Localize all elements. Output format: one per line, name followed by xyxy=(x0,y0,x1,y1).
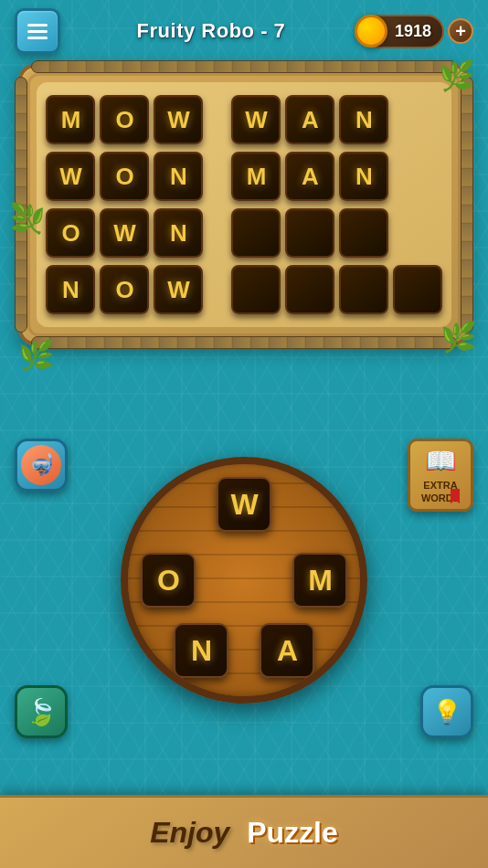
bamboo-top xyxy=(31,60,457,73)
tile-r2-c2: O xyxy=(100,152,149,201)
word-row-2-left: W O N xyxy=(46,152,224,201)
tile-r2-c5: A xyxy=(285,152,334,201)
menu-button[interactable] xyxy=(15,8,60,54)
bottom-banner: Enjoy Puzzle xyxy=(0,795,488,868)
banner-text: Enjoy Puzzle xyxy=(150,816,338,850)
board-frame: M O W W A N W O N M A xyxy=(18,64,470,345)
tile-r3-c6 xyxy=(339,208,388,258)
tile-r1-c1: M xyxy=(46,95,95,144)
word-board: M O W W A N W O N M A xyxy=(18,64,470,345)
tile-r1-c2: O xyxy=(100,95,149,144)
board-inner: M O W W A N W O N M A xyxy=(37,82,451,327)
tile-r3-c4 xyxy=(231,208,281,258)
hint-button[interactable]: 💡 xyxy=(420,685,473,738)
wheel-letter-o-text: O xyxy=(157,564,179,598)
menu-line-1 xyxy=(27,24,48,26)
add-coins-button[interactable]: + xyxy=(448,18,473,44)
leaf-icon: 🍃 xyxy=(26,697,58,727)
tile-r2-c1: W xyxy=(46,152,95,201)
tile-r1-c4: W xyxy=(231,95,281,144)
banner-enjoy: Enjoy xyxy=(150,816,229,849)
character-icon: 🤿 xyxy=(21,445,61,485)
word-row-4-right xyxy=(231,265,442,314)
character-button[interactable]: 🤿 xyxy=(15,439,68,492)
bamboo-right xyxy=(461,77,473,333)
tile-r3-c2: W xyxy=(100,208,149,258)
word-row-4-left: N O W xyxy=(46,265,224,314)
tile-r2-c3: N xyxy=(154,152,203,201)
coin-count: 1918 xyxy=(395,22,431,41)
wheel-letter-m[interactable]: M xyxy=(292,553,347,608)
coin-icon xyxy=(355,15,387,48)
wheel-letter-m-text: M xyxy=(308,564,332,598)
word-row-2-right: M A N xyxy=(231,152,442,201)
word-row-3-right xyxy=(231,208,442,258)
tile-r4-c6 xyxy=(339,265,388,314)
tile-r1-c5: A xyxy=(285,95,334,144)
wheel-letter-w[interactable]: W xyxy=(217,477,271,532)
tile-r1-c3: W xyxy=(154,95,203,144)
wheel-letter-a-text: A xyxy=(277,634,297,668)
word-row-1-right: W A N xyxy=(231,95,442,144)
extra-words-button[interactable]: 📖 EXTRAWORDS xyxy=(408,439,473,512)
banner-puzzle: Puzzle xyxy=(247,816,338,849)
wheel-letter-w-text: W xyxy=(230,488,257,522)
wheel-letter-a[interactable]: A xyxy=(260,623,314,678)
header: Fruity Robo - 7 1918 + xyxy=(0,0,488,62)
menu-line-2 xyxy=(27,30,48,33)
tile-r4-c2: O xyxy=(100,265,149,314)
letter-wheel[interactable]: W O M N A xyxy=(121,457,367,704)
letter-wheel-container: W O M N A xyxy=(121,457,367,704)
tile-r4-c4 xyxy=(231,265,281,314)
tile-r2-c6: N xyxy=(339,152,388,201)
tile-r4-c5 xyxy=(285,265,334,314)
tile-r4-c1: N xyxy=(46,265,95,314)
tile-r2-c4: M xyxy=(231,152,281,201)
tile-r3-c3: N xyxy=(154,208,203,258)
coin-display: 1918 xyxy=(362,15,444,48)
tile-r3-c1: O xyxy=(46,208,95,258)
wheel-letter-n-text: N xyxy=(191,634,211,668)
menu-icon xyxy=(27,24,48,39)
menu-line-3 xyxy=(27,37,48,39)
tile-r3-c5 xyxy=(285,208,334,258)
bamboo-left xyxy=(15,77,27,333)
word-grid: M O W W A N W O N M A xyxy=(46,95,442,314)
tile-r4-c7 xyxy=(393,265,442,314)
tile-r4-c3: W xyxy=(154,265,203,314)
wheel-letter-n[interactable]: N xyxy=(174,623,228,678)
bulb-icon: 💡 xyxy=(432,698,461,726)
wheel-letter-o[interactable]: O xyxy=(141,553,196,608)
game-title: Fruity Robo - 7 xyxy=(137,19,286,43)
bamboo-bottom xyxy=(31,336,457,349)
tile-r1-c6: N xyxy=(339,95,388,144)
book-icon: 📖 xyxy=(425,446,457,476)
coins-area: 1918 + xyxy=(362,15,473,48)
leaf-button[interactable]: 🍃 xyxy=(15,685,68,738)
word-row-1-left: M O W xyxy=(46,95,224,144)
word-row-3-left: O W N xyxy=(46,208,224,258)
